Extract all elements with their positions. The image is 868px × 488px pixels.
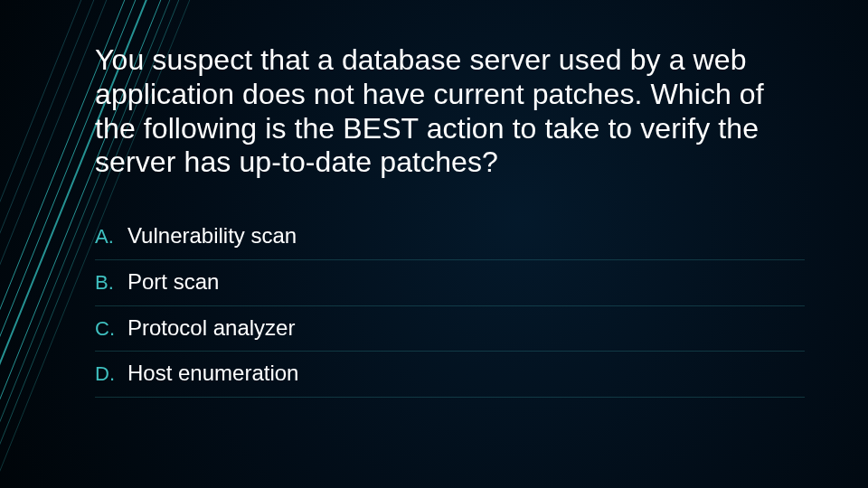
answer-option-d: D. Host enumeration <box>95 352 805 398</box>
svg-line-9 <box>0 0 110 488</box>
answer-letter: D. <box>95 362 127 386</box>
answer-option-c: C. Protocol analyzer <box>95 306 805 352</box>
content-area: You suspect that a database server used … <box>95 43 805 398</box>
answer-letter: C. <box>95 317 127 341</box>
answer-text: Vulnerability scan <box>127 223 297 249</box>
answer-text: Port scan <box>127 269 219 296</box>
slide: You suspect that a database server used … <box>0 0 868 488</box>
answer-option-b: B. Port scan <box>95 260 805 306</box>
answer-letter: A. <box>95 225 127 249</box>
answer-option-a: A. Vulnerability scan <box>95 214 805 260</box>
answer-text: Protocol analyzer <box>127 315 295 342</box>
answer-letter: B. <box>95 271 127 295</box>
question-text: You suspect that a database server used … <box>95 43 805 180</box>
answer-text: Host enumeration <box>127 361 298 387</box>
answer-list: A. Vulnerability scan B. Port scan C. Pr… <box>95 214 805 398</box>
